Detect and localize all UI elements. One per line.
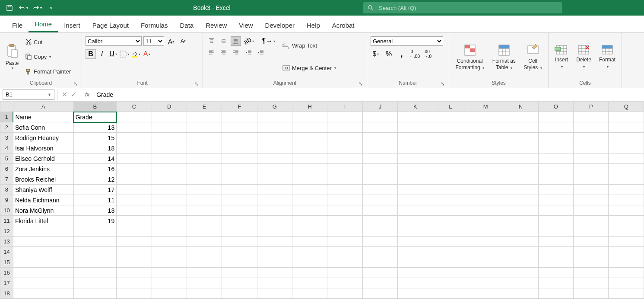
row-header-18[interactable]: 18 — [0, 288, 13, 299]
cell-I9[interactable] — [327, 195, 362, 205]
cell-O1[interactable] — [538, 112, 573, 122]
increase-indent-icon[interactable] — [256, 48, 266, 57]
orientation-icon[interactable]: ab▾ — [244, 36, 254, 46]
cell-I8[interactable] — [327, 185, 362, 195]
cell-P13[interactable] — [574, 237, 609, 247]
cell-K2[interactable] — [398, 122, 433, 133]
tab-file[interactable]: File — [6, 18, 29, 32]
cell-Q12[interactable] — [609, 226, 644, 237]
align-bottom-icon[interactable] — [231, 36, 241, 46]
copy-button[interactable]: Copy▾ — [23, 52, 73, 61]
cell-G18[interactable] — [257, 288, 292, 299]
cell-P16[interactable] — [574, 268, 609, 278]
cell-H9[interactable] — [292, 195, 327, 205]
row-header-8[interactable]: 8 — [0, 185, 13, 195]
cell-G2[interactable] — [257, 122, 292, 133]
cell-I16[interactable] — [327, 268, 362, 278]
cell-D3[interactable] — [152, 133, 187, 143]
col-header-M[interactable]: M — [468, 102, 503, 112]
cell-B18[interactable] — [73, 288, 117, 299]
cell-C13[interactable] — [117, 237, 152, 247]
cell-K13[interactable] — [398, 237, 433, 247]
cell-D9[interactable] — [152, 195, 187, 205]
cell-K9[interactable] — [398, 195, 433, 205]
tab-data[interactable]: Data — [174, 18, 200, 32]
cell-C2[interactable] — [117, 122, 152, 133]
cell-F6[interactable] — [222, 164, 257, 174]
cell-F12[interactable] — [222, 226, 257, 237]
cell-L2[interactable] — [433, 122, 468, 133]
align-left-icon[interactable] — [206, 48, 217, 57]
cell-F14[interactable] — [222, 247, 257, 257]
cell-C10[interactable] — [117, 205, 152, 216]
row-header-3[interactable]: 3 — [0, 133, 13, 143]
col-header-N[interactable]: N — [503, 102, 538, 112]
cell-K15[interactable] — [398, 257, 433, 268]
cell-Q3[interactable] — [609, 133, 644, 143]
cell-H5[interactable] — [292, 154, 327, 164]
merge-center-button[interactable]: Merge & Center▾ — [281, 64, 338, 72]
cell-I6[interactable] — [327, 164, 362, 174]
cell-C4[interactable] — [117, 143, 152, 154]
cell-H18[interactable] — [292, 288, 327, 299]
cell-E10[interactable] — [187, 205, 222, 216]
alignment-launcher-icon[interactable]: ⤡ — [358, 81, 363, 86]
cell-B17[interactable] — [73, 278, 117, 288]
cell-G13[interactable] — [257, 237, 292, 247]
cell-D7[interactable] — [152, 174, 187, 185]
cell-F9[interactable] — [222, 195, 257, 205]
cell-O14[interactable] — [538, 247, 573, 257]
cell-P12[interactable] — [574, 226, 609, 237]
cell-E7[interactable] — [187, 174, 222, 185]
align-right-icon[interactable] — [231, 48, 241, 57]
increase-decimal-icon[interactable]: .0←.00 — [409, 49, 420, 59]
cell-P4[interactable] — [574, 143, 609, 154]
cell-D12[interactable] — [152, 226, 187, 237]
cell-P15[interactable] — [574, 257, 609, 268]
font-size-combo[interactable]: 11 — [143, 36, 164, 46]
tab-developer[interactable]: Developer — [259, 18, 301, 32]
cell-J5[interactable] — [362, 154, 397, 164]
cell-I3[interactable] — [327, 133, 362, 143]
cell-N2[interactable] — [503, 122, 538, 133]
cell-H3[interactable] — [292, 133, 327, 143]
cell-N14[interactable] — [503, 247, 538, 257]
cell-K8[interactable] — [398, 185, 433, 195]
cell-H14[interactable] — [292, 247, 327, 257]
align-top-icon[interactable] — [206, 36, 217, 46]
cell-P14[interactable] — [574, 247, 609, 257]
cell-O11[interactable] — [538, 216, 573, 226]
name-box[interactable]: B1▼ — [3, 90, 54, 100]
cell-I11[interactable] — [327, 216, 362, 226]
cell-Q1[interactable] — [609, 112, 644, 122]
cell-P10[interactable] — [574, 205, 609, 216]
cell-A17[interactable] — [13, 278, 73, 288]
cell-J17[interactable] — [362, 278, 397, 288]
cell-J10[interactable] — [362, 205, 397, 216]
decrease-indent-icon[interactable] — [244, 48, 254, 57]
cell-B3[interactable]: 15 — [73, 133, 117, 143]
row-header-7[interactable]: 7 — [0, 174, 13, 185]
cell-C17[interactable] — [117, 278, 152, 288]
row-header-15[interactable]: 15 — [0, 257, 13, 268]
cell-J7[interactable] — [362, 174, 397, 185]
cell-I17[interactable] — [327, 278, 362, 288]
cell-O6[interactable] — [538, 164, 573, 174]
cell-C3[interactable] — [117, 133, 152, 143]
cell-L5[interactable] — [433, 154, 468, 164]
cell-O15[interactable] — [538, 257, 573, 268]
cell-A14[interactable] — [13, 247, 73, 257]
cell-L10[interactable] — [433, 205, 468, 216]
cell-A16[interactable] — [13, 268, 73, 278]
fill-color-button[interactable]: ▾ — [130, 49, 141, 59]
cell-I5[interactable] — [327, 154, 362, 164]
cell-D15[interactable] — [152, 257, 187, 268]
cell-E11[interactable] — [187, 216, 222, 226]
col-header-B[interactable]: B — [73, 102, 117, 112]
cell-M3[interactable] — [468, 133, 503, 143]
row-header-6[interactable]: 6 — [0, 164, 13, 174]
cell-N11[interactable] — [503, 216, 538, 226]
cell-E17[interactable] — [187, 278, 222, 288]
cell-K6[interactable] — [398, 164, 433, 174]
cell-G5[interactable] — [257, 154, 292, 164]
